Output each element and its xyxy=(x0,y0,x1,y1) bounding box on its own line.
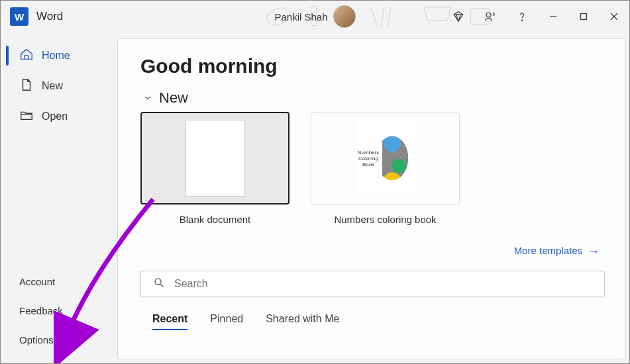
sidebar-item-label: Account xyxy=(19,276,55,287)
sidebar-item-label: Open xyxy=(42,111,68,122)
word-app-icon: W xyxy=(10,7,28,26)
user-account-area[interactable]: Pankil Shah xyxy=(274,5,355,28)
close-button[interactable] xyxy=(599,1,629,32)
template-thumbnail: Numbers Coloring Book xyxy=(311,112,460,205)
main-content: Good morning New Blank document Numbers … xyxy=(117,38,625,359)
sidebar: Home New Open Account Feedback Options xyxy=(1,32,117,363)
maximize-button[interactable] xyxy=(568,1,599,32)
template-blank-document[interactable]: Blank document xyxy=(140,112,289,225)
home-icon xyxy=(19,47,34,64)
folder-icon xyxy=(19,108,34,125)
svg-rect-2 xyxy=(470,9,490,24)
blank-page-icon xyxy=(185,120,245,197)
sidebar-item-label: New xyxy=(42,80,63,92)
new-section-title: New xyxy=(159,89,188,107)
tab-shared-with-me[interactable]: Shared with Me xyxy=(266,313,339,330)
titlebar: W Word Pankil Shah xyxy=(1,1,629,32)
sidebar-item-open[interactable]: Open xyxy=(1,101,117,132)
thumb-side-text: Numbers Coloring Book xyxy=(356,150,380,167)
more-templates-link[interactable]: More templates→ xyxy=(140,245,600,259)
sidebar-item-new[interactable]: New xyxy=(1,71,117,101)
coloring-book-icon: Numbers Coloring Book xyxy=(356,120,415,197)
user-avatar[interactable] xyxy=(333,5,356,28)
user-name: Pankil Shah xyxy=(274,11,327,23)
chevron-down-icon xyxy=(140,91,155,105)
svg-point-9 xyxy=(155,279,161,285)
sidebar-item-label: Options xyxy=(19,334,54,345)
search-input[interactable] xyxy=(174,278,604,290)
search-icon xyxy=(153,277,165,291)
tab-pinned[interactable]: Pinned xyxy=(210,313,243,330)
template-thumbnail xyxy=(140,112,289,205)
app-title: Word xyxy=(36,10,63,23)
sidebar-item-label: Feedback xyxy=(19,305,63,316)
tab-recent[interactable]: Recent xyxy=(152,313,187,330)
more-templates-label: More templates xyxy=(514,245,582,256)
svg-line-10 xyxy=(160,284,164,287)
minimize-button[interactable] xyxy=(538,1,568,32)
search-bar[interactable] xyxy=(140,271,605,297)
sidebar-item-home[interactable]: Home xyxy=(1,40,117,71)
svg-rect-6 xyxy=(581,14,587,20)
recent-tabs: Recent Pinned Shared with Me xyxy=(140,313,605,330)
document-icon xyxy=(19,77,34,95)
sidebar-item-options[interactable]: Options xyxy=(1,325,117,354)
sidebar-item-feedback[interactable]: Feedback xyxy=(1,296,117,325)
sidebar-item-account[interactable]: Account xyxy=(1,267,117,296)
templates-row: Blank document Numbers Coloring Book Num… xyxy=(140,112,605,225)
arrow-right-icon: → xyxy=(588,245,600,259)
template-label: Numbers coloring book xyxy=(311,214,460,225)
app-icon-letter: W xyxy=(15,11,24,23)
template-numbers-coloring-book[interactable]: Numbers Coloring Book Numbers coloring b… xyxy=(311,112,460,225)
new-section-header[interactable]: New xyxy=(140,89,605,107)
template-label: Blank document xyxy=(140,214,289,225)
greeting-heading: Good morning xyxy=(140,55,605,77)
sidebar-item-label: Home xyxy=(42,50,70,62)
